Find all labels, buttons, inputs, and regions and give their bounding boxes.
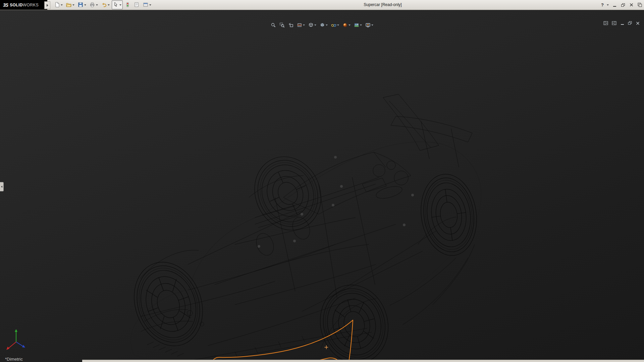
stoplight-button[interactable] xyxy=(123,0,132,9)
print-button[interactable] xyxy=(88,0,99,9)
chevron-down-icon[interactable] xyxy=(348,24,351,26)
zoom-to-area-button[interactable] xyxy=(278,21,286,29)
save-button[interactable] xyxy=(76,0,88,9)
display-style-icon xyxy=(320,22,325,28)
chevron-down-icon[interactable] xyxy=(72,4,74,6)
chevron-down-icon[interactable] xyxy=(84,4,86,6)
pane-toggle-left-icon[interactable] xyxy=(603,21,608,25)
chevron-down-icon[interactable] xyxy=(360,24,362,26)
minimize-document-icon[interactable] xyxy=(620,21,625,25)
view-settings-icon xyxy=(365,22,371,28)
task-pane-icon xyxy=(638,3,642,7)
chevron-down-icon[interactable] xyxy=(337,24,339,26)
heads-up-view-toolbar xyxy=(270,21,374,29)
solidworks-logo: 3S SOLIDWORKS xyxy=(0,0,47,10)
zoom-to-area-icon xyxy=(279,22,285,28)
brand-name: SOLIDWORKS xyxy=(10,3,39,7)
menu-expander-button[interactable] xyxy=(44,1,50,9)
close-button[interactable] xyxy=(629,2,634,8)
undo-icon xyxy=(101,2,107,8)
window-title: Supercar [Read-only] xyxy=(364,0,401,10)
hide-show-items-button[interactable] xyxy=(330,21,340,29)
highlighted-sketch[interactable] xyxy=(212,320,353,362)
zoom-to-fit-icon xyxy=(271,22,276,28)
hide-show-items-icon xyxy=(331,22,336,28)
view-settings-button[interactable] xyxy=(364,21,374,29)
restore-icon xyxy=(621,3,625,6)
chevron-down-icon[interactable] xyxy=(96,4,98,6)
view-orientation-icon xyxy=(308,22,314,28)
display-style-button[interactable] xyxy=(319,21,329,29)
minimize-icon xyxy=(613,6,616,7)
document-properties-button[interactable] xyxy=(132,0,141,9)
window-controls: ? xyxy=(601,0,642,10)
reference-triad xyxy=(5,327,29,352)
zoom-to-fit-button[interactable] xyxy=(270,21,277,29)
section-view-button[interactable] xyxy=(296,21,306,29)
chevron-down-icon[interactable] xyxy=(61,4,63,6)
title-bar: 3S SOLIDWORKS xyxy=(0,0,644,10)
apply-scene-icon xyxy=(354,22,359,28)
rear-right-wheel xyxy=(416,171,482,259)
save-icon xyxy=(78,2,84,8)
help-button[interactable]: ? xyxy=(601,2,604,7)
model-viewport[interactable]: *Dimetric xyxy=(0,10,644,362)
chevron-down-icon[interactable] xyxy=(108,4,110,6)
stoplight-icon xyxy=(125,2,130,8)
apply-scene-button[interactable] xyxy=(353,21,363,29)
chevron-down-icon[interactable] xyxy=(314,24,316,26)
close-document-icon[interactable] xyxy=(636,21,640,25)
options-button[interactable] xyxy=(142,0,153,9)
section-view-icon xyxy=(297,22,302,28)
select-cursor-icon xyxy=(113,2,119,8)
edit-appearance-icon xyxy=(342,22,348,28)
restore-document-icon[interactable] xyxy=(628,21,632,25)
status-bar xyxy=(82,360,644,362)
document-window-controls xyxy=(603,21,640,25)
wireframe-model[interactable] xyxy=(0,10,644,362)
options-icon xyxy=(143,2,149,8)
print-icon xyxy=(90,2,95,8)
select-button[interactable] xyxy=(112,0,123,9)
previous-view-icon xyxy=(288,22,293,28)
main-toolbar xyxy=(53,0,153,9)
front-left-wheel xyxy=(123,252,214,356)
help-chevron-icon[interactable] xyxy=(607,4,609,6)
open-button[interactable] xyxy=(65,0,76,9)
view-orientation-button[interactable] xyxy=(307,21,317,29)
open-icon xyxy=(66,2,72,8)
chevron-down-icon[interactable] xyxy=(119,4,121,6)
document-properties-icon xyxy=(134,2,140,8)
restore-button[interactable] xyxy=(620,2,626,8)
chevron-down-icon[interactable] xyxy=(149,4,151,6)
edit-appearance-button[interactable] xyxy=(341,21,352,29)
solidworks-window: *Dimetric 3S SOLIDWORKS xyxy=(0,0,644,362)
3ds-logo-mark: 3S xyxy=(3,2,8,8)
front-right-wheel xyxy=(243,146,333,241)
undo-button[interactable] xyxy=(100,0,111,9)
close-icon xyxy=(630,3,633,7)
new-document-button[interactable] xyxy=(53,0,64,9)
task-pane-button[interactable] xyxy=(637,2,642,8)
minimize-button[interactable] xyxy=(612,2,617,8)
chevron-down-icon[interactable] xyxy=(303,24,305,26)
new-document-icon xyxy=(54,2,60,8)
chevron-down-icon[interactable] xyxy=(371,24,373,26)
collapsed-panel-tab[interactable] xyxy=(0,182,4,191)
chevron-down-icon[interactable] xyxy=(326,24,328,26)
view-orientation-label: *Dimetric xyxy=(5,357,23,362)
rear-left-wheel xyxy=(312,277,397,362)
pane-toggle-right-icon[interactable] xyxy=(612,21,617,25)
previous-view-button[interactable] xyxy=(287,21,294,29)
